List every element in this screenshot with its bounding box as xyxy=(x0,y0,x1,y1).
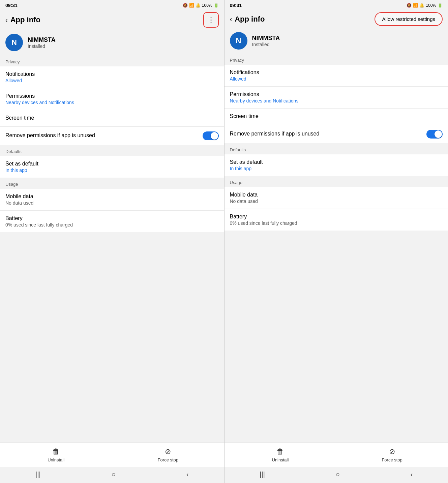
permissions-subtitle-left: Nearby devices and Notifications xyxy=(5,100,219,105)
force-stop-label-left: Force stop xyxy=(158,457,178,462)
uninstall-label-left: Uninstall xyxy=(48,457,64,462)
screen-time-item-left[interactable]: Screen time xyxy=(0,110,224,127)
defaults-card-left: Set as default In this app xyxy=(0,156,224,178)
notifications-title-right: Notifications xyxy=(230,69,443,76)
trash-icon-right: 🗑 xyxy=(276,447,284,456)
remove-permissions-item-right[interactable]: Remove permissions if app is unused xyxy=(225,125,448,143)
set-as-default-title-right: Set as default xyxy=(230,159,443,165)
remove-permissions-toggle-right[interactable] xyxy=(426,130,443,139)
notifications-item-left[interactable]: Notifications Allowed xyxy=(0,66,224,88)
status-time-right: 09:31 xyxy=(230,3,242,8)
uninstall-button-left[interactable]: 🗑 Uninstall xyxy=(0,443,112,467)
battery-subtitle-left: 0% used since last fully charged xyxy=(5,222,219,228)
set-as-default-subtitle-right: In this app xyxy=(230,166,443,171)
status-icons-left: 🔕 📶 🔔 100% 🔋 xyxy=(183,3,219,8)
stop-icon-right: ⊘ xyxy=(389,447,395,456)
mobile-data-subtitle-right: No data used xyxy=(230,199,443,204)
force-stop-button-left[interactable]: ⊘ Force stop xyxy=(112,443,224,467)
status-time-left: 09:31 xyxy=(5,3,18,8)
battery-item-left[interactable]: Battery 0% used since last fully charged xyxy=(0,211,224,232)
battery-title-left: Battery xyxy=(5,215,219,221)
usage-label-left: Usage xyxy=(0,178,224,188)
bottom-actions-right: 🗑 Uninstall ⊘ Force stop xyxy=(225,442,448,467)
screen-time-item-right[interactable]: Screen time xyxy=(225,109,448,125)
three-dot-icon: ⋮ xyxy=(207,16,215,24)
permissions-item-left[interactable]: Permissions Nearby devices and Notificat… xyxy=(0,88,224,110)
nav-bar-right: ||| ○ ‹ xyxy=(225,467,448,483)
app-icon-left: N xyxy=(5,34,23,51)
home-nav-right[interactable]: ○ xyxy=(336,471,340,478)
app-details-left: NIMMSTA Installed xyxy=(28,36,56,49)
app-details-right: NIMMSTA Installed xyxy=(252,35,280,47)
mobile-data-title-right: Mobile data xyxy=(230,192,443,198)
app-status-left: Installed xyxy=(28,43,56,49)
mobile-data-title-left: Mobile data xyxy=(5,193,219,200)
mobile-data-item-left[interactable]: Mobile data No data used xyxy=(0,189,224,211)
remove-permissions-title-left: Remove permissions if app is unused xyxy=(5,132,95,139)
remove-permissions-toggle-left[interactable] xyxy=(203,131,219,140)
force-stop-label-right: Force stop xyxy=(382,457,402,462)
uninstall-button-right[interactable]: 🗑 Uninstall xyxy=(225,443,336,467)
wifi-icon: 📶 xyxy=(189,3,194,8)
set-as-default-subtitle-left: In this app xyxy=(5,168,219,173)
trash-icon-left: 🗑 xyxy=(52,447,60,456)
mute-icon-right: 🔕 xyxy=(407,3,412,8)
battery-subtitle-right: 0% used since last fully charged xyxy=(230,220,443,226)
privacy-label-left: Privacy xyxy=(0,56,224,66)
remove-permissions-item-left[interactable]: Remove permissions if app is unused xyxy=(0,127,224,145)
usage-card-right: Mobile data No data used Battery 0% used… xyxy=(225,187,448,231)
notifications-subtitle-left: Allowed xyxy=(5,78,219,83)
nav-bar-left: ||| ○ ‹ xyxy=(0,467,224,483)
mute-icon: 🔕 xyxy=(183,3,188,8)
alarm-icon-right: 🔔 xyxy=(419,3,424,8)
notifications-subtitle-right: Allowed xyxy=(230,76,443,82)
header-left: ‹ App info ⋮ xyxy=(0,9,224,30)
notifications-item-right[interactable]: Notifications Allowed xyxy=(225,65,448,87)
defaults-card-right: Set as default In this app xyxy=(225,154,448,176)
set-as-default-item-left[interactable]: Set as default In this app xyxy=(0,156,224,178)
notifications-title-left: Notifications xyxy=(5,71,219,77)
three-dot-menu-button[interactable]: ⋮ xyxy=(203,12,219,28)
app-icon-right: N xyxy=(230,32,247,50)
mobile-data-item-right[interactable]: Mobile data No data used xyxy=(225,187,448,209)
recents-nav-right[interactable]: ||| xyxy=(260,471,265,478)
set-as-default-title-left: Set as default xyxy=(5,161,219,167)
battery-item-right[interactable]: Battery 0% used since last fully charged xyxy=(225,209,448,231)
remove-permissions-row-left: Remove permissions if app is unused xyxy=(5,131,219,140)
wifi-icon-right: 📶 xyxy=(413,3,418,8)
app-name-left: NIMMSTA xyxy=(28,36,56,43)
permissions-subtitle-right: Nearby devices and Notifications xyxy=(230,98,443,103)
page-title-right: App info xyxy=(235,15,265,24)
defaults-label-right: Defaults xyxy=(225,144,448,154)
back-button-left[interactable]: ‹ xyxy=(5,16,8,24)
remove-permissions-title-right: Remove permissions if app is unused xyxy=(230,131,320,137)
battery-text: 100% xyxy=(202,3,212,8)
header-right-group: ‹ App info xyxy=(230,15,265,24)
back-nav-right[interactable]: ‹ xyxy=(410,471,413,478)
battery-text-right: 100% xyxy=(426,3,436,8)
remove-permissions-row-right: Remove permissions if app is unused xyxy=(230,130,443,139)
permissions-title-left: Permissions xyxy=(5,93,219,99)
app-status-right: Installed xyxy=(252,42,280,47)
left-phone-screen: 09:31 🔕 📶 🔔 100% 🔋 ‹ App info ⋮ N NIMMST… xyxy=(0,0,224,483)
permissions-item-right[interactable]: Permissions Nearby devices and Notificat… xyxy=(225,87,448,109)
allow-restricted-button[interactable]: Allow restricted settings xyxy=(375,12,443,26)
battery-title-right: Battery xyxy=(230,214,443,220)
screen-time-title-left: Screen time xyxy=(5,115,219,121)
privacy-card-left: Notifications Allowed Permissions Nearby… xyxy=(0,66,224,145)
bottom-actions-left: 🗑 Uninstall ⊘ Force stop xyxy=(0,442,224,467)
status-bar-right: 09:31 🔕 📶 🔔 100% 🔋 xyxy=(225,0,448,9)
home-nav-left[interactable]: ○ xyxy=(112,471,116,478)
back-button-right[interactable]: ‹ xyxy=(230,15,232,23)
page-title-left: App info xyxy=(10,16,40,24)
app-name-right: NIMMSTA xyxy=(252,35,280,42)
uninstall-label-right: Uninstall xyxy=(272,457,289,462)
force-stop-button-right[interactable]: ⊘ Force stop xyxy=(336,443,448,467)
app-info-row-right: N NIMMSTA Installed xyxy=(225,29,448,54)
recents-nav-left[interactable]: ||| xyxy=(35,471,41,478)
screen-time-title-right: Screen time xyxy=(230,113,443,119)
privacy-label-right: Privacy xyxy=(225,54,448,64)
back-nav-left[interactable]: ‹ xyxy=(186,471,189,478)
set-as-default-item-right[interactable]: Set as default In this app xyxy=(225,154,448,176)
header-right: ‹ App info Allow restricted settings xyxy=(225,9,448,29)
